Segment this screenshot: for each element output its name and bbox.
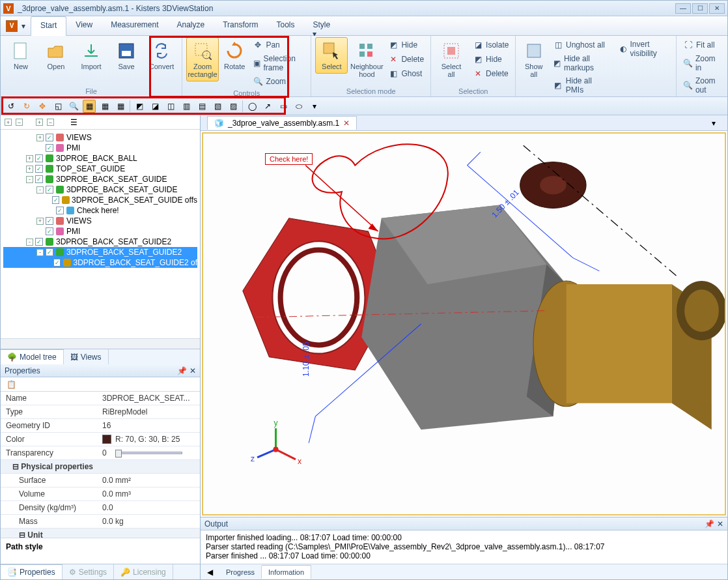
markup-annotation[interactable]: Check here! [265, 153, 313, 165]
hide-pmis-button[interactable]: ◩Hide all PMIs [550, 75, 614, 96]
unghost-all-button[interactable]: ◫Unghost all [550, 38, 614, 51]
qt-btn-2[interactable]: ↻ [20, 100, 33, 113]
tree-scroll[interactable] [1, 338, 200, 349]
tree-checkbox[interactable]: ✓ [56, 207, 64, 214]
pin-icon[interactable]: 📌 [177, 366, 187, 375]
tree-checkbox[interactable]: ✓ [46, 186, 53, 194]
tree-row[interactable]: +✓3DPROE_BACK_BALL [3, 153, 197, 164]
tree-checkbox[interactable]: ✓ [46, 248, 53, 256]
qt-btn-19[interactable]: ⬭ [292, 100, 305, 113]
props-copy-button[interactable]: 📋 [5, 378, 18, 391]
tree-checkbox[interactable]: ✓ [35, 165, 43, 173]
property-row[interactable]: Density (kg/dm³)0.0 [1, 501, 200, 515]
tree-expand-icon[interactable]: + [36, 218, 44, 225]
expand-button[interactable]: + [36, 119, 43, 126]
tree-row[interactable]: -✓3DPROE_BACK_SEAT_GUIDE [3, 184, 197, 195]
zoom-out-button[interactable]: 🔍Zoom out [680, 75, 723, 96]
tab-licensing[interactable]: 🔑Licensing [114, 564, 173, 579]
show-all-button[interactable]: Show all [520, 37, 548, 81]
select-all-button[interactable]: Select all [435, 37, 468, 81]
tree-checkbox[interactable]: ✓ [35, 238, 43, 246]
qt-overflow[interactable]: ▾ [308, 100, 321, 113]
qt-btn-17[interactable]: ↗ [261, 100, 274, 113]
tree-expand-icon[interactable]: - [26, 176, 33, 183]
zoom-in-button[interactable]: 🔍Zoom in [680, 53, 723, 74]
qt-btn-11[interactable]: ◫ [164, 100, 177, 113]
qt-btn-7[interactable]: ▦ [98, 100, 111, 113]
qt-btn-4[interactable]: ◱ [51, 100, 64, 113]
qt-btn-18[interactable]: ▭ [277, 100, 290, 113]
doc-close-icon[interactable]: ✕ [343, 119, 350, 128]
qt-btn-5[interactable]: 🔍 [67, 100, 80, 113]
save-button[interactable]: Save [110, 37, 143, 74]
tree-expand-icon[interactable]: + [26, 155, 33, 162]
tab-start[interactable]: Start [31, 16, 66, 36]
property-row[interactable]: Transparency0 [1, 446, 200, 460]
tree-expand-icon[interactable]: - [26, 239, 33, 246]
import-button[interactable]: Import [75, 37, 107, 74]
tab-tools[interactable]: Tools [267, 16, 303, 35]
tree-row[interactable]: -✓3DPROE_BACK_SEAT_GUIDE2 [3, 237, 197, 247]
transparency-slider[interactable] [117, 452, 182, 454]
property-row[interactable]: Surface0.0 mm² [1, 474, 200, 487]
tab-view[interactable]: View [66, 16, 102, 35]
tree-expand-icon[interactable]: - [36, 186, 44, 194]
tree-checkbox[interactable]: ✓ [52, 196, 59, 204]
pin-icon[interactable]: 📌 [705, 519, 714, 529]
delete-mode-button[interactable]: ✕Delete [385, 53, 427, 66]
tree-expand-icon[interactable]: + [36, 134, 44, 141]
qt-btn-1[interactable]: ↺ [5, 100, 18, 113]
close-panel-icon[interactable]: ✕ [717, 519, 723, 529]
docs-dropdown-icon[interactable]: ▾ [707, 119, 721, 128]
qt-btn-6[interactable]: ▦ [83, 100, 96, 113]
model-tree[interactable]: +✓VIEWS+✓PMI+✓3DPROE_BACK_BALL+✓TOP_SEAT… [1, 130, 200, 338]
tree-expand-icon[interactable]: - [36, 249, 44, 256]
neighbourhood-button[interactable]: Neighbour hood [350, 37, 383, 81]
tree-checkbox[interactable]: ✓ [53, 259, 61, 267]
output-log[interactable]: Importer finished loading... 08:17:07 Lo… [201, 530, 727, 564]
tree-row[interactable]: -✓3DPROE_BACK_SEAT_GUIDE [3, 174, 197, 184]
qt-btn-13[interactable]: ▤ [195, 100, 208, 113]
qt-btn-10[interactable]: ◪ [148, 100, 161, 113]
hide-mode-button[interactable]: ◩Hide [385, 38, 427, 51]
tree-checkbox[interactable]: ✓ [46, 217, 53, 225]
collapse-all-button[interactable]: − [16, 119, 23, 126]
app-menu-icon[interactable]: V [6, 20, 18, 32]
tab-measurement[interactable]: Measurement [102, 16, 167, 35]
property-row[interactable]: Mass0.0 kg [1, 515, 200, 529]
qt-btn-14[interactable]: ▧ [211, 100, 224, 113]
hide-markups-button[interactable]: ◩Hide all markups [550, 53, 614, 74]
tree-row[interactable]: +✓PMI [3, 226, 197, 237]
tree-checkbox[interactable]: ✓ [46, 227, 53, 235]
delete-sel-button[interactable]: ✕Delete [470, 67, 511, 80]
tab-properties[interactable]: 📑Properties [1, 564, 63, 579]
fit-all-button[interactable]: ⛶Fit all [680, 38, 723, 51]
close-button[interactable]: ✕ [709, 3, 725, 14]
tab-transform[interactable]: Transform [214, 16, 267, 35]
property-group[interactable]: ⊟ Physical properties [1, 460, 200, 474]
tree-checkbox[interactable]: ✓ [35, 175, 43, 183]
tree-expand-icon[interactable]: + [26, 166, 33, 173]
property-row[interactable]: TypeRiBrepModel [1, 405, 200, 419]
property-row[interactable]: ColorR: 70, G: 30, B: 25 [1, 433, 200, 446]
invert-visibility-button[interactable]: ◐Invert visibility [617, 38, 672, 59]
tree-checkbox[interactable]: ✓ [46, 144, 53, 152]
tab-progress[interactable]: Progress [219, 566, 262, 579]
tab-settings[interactable]: ⚙Settings [63, 564, 114, 579]
qt-btn-3[interactable]: ✥ [36, 100, 49, 113]
zoom-button[interactable]: 🔍Zoom [250, 75, 307, 88]
isolate-button[interactable]: ◪Isolate [470, 38, 511, 51]
qt-btn-16[interactable]: ◯ [245, 100, 259, 113]
properties-grid[interactable]: Name3DPROE_BACK_SEAT...TypeRiBrepModelGe… [1, 392, 200, 538]
viewport-3d[interactable]: 1.50 ± .01 1.10 ± .05 x y z Check here! [202, 132, 726, 515]
document-tab[interactable]: 🧊 _3dproe_valve_assembly.asm.1 ✕ [207, 116, 357, 130]
tree-row[interactable]: -✓3DPROE_BACK_SEAT_GUIDE2 [3, 247, 197, 257]
minimize-button[interactable]: — [675, 3, 691, 14]
property-row[interactable]: Geometry ID16 [1, 419, 200, 433]
expand-all-button[interactable]: + [5, 119, 12, 126]
selection-frame-button[interactable]: ▣Selection frame [250, 53, 307, 74]
tree-row[interactable]: +✓VIEWS [3, 216, 197, 226]
output-scroll-left[interactable]: ◀ [201, 568, 219, 577]
tree-row[interactable]: +✓3DPROE_BACK_SEAT_GUIDE2 of [3, 257, 197, 268]
qt-btn-15[interactable]: ▨ [227, 100, 240, 113]
